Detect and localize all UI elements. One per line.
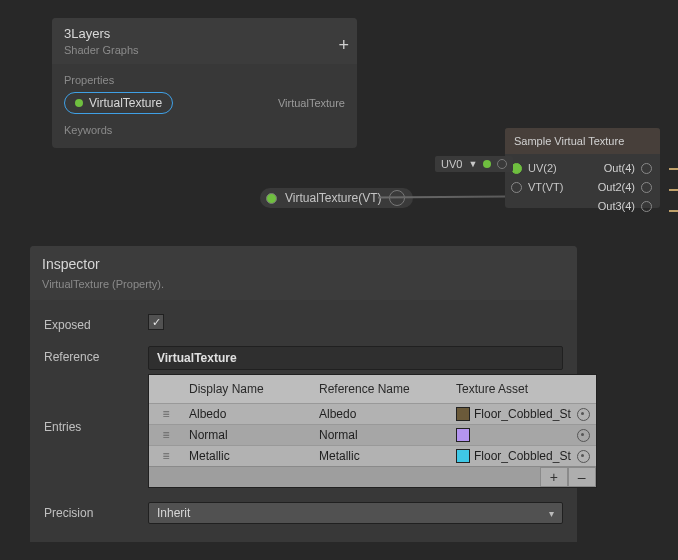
blackboard-panel: 3Layers Shader Graphs + Properties Virtu… xyxy=(52,18,357,148)
port-out-icon[interactable] xyxy=(266,193,277,204)
sample-node-body: UV0 ▼ UV(2) VT(VT) Out(4) Out2(4) Out3(4… xyxy=(505,154,660,208)
remove-entry-button[interactable]: – xyxy=(568,467,596,487)
reference-input[interactable]: VirtualTexture xyxy=(148,346,563,370)
output-port-icon[interactable] xyxy=(641,201,652,212)
texture-swatch-icon xyxy=(456,449,470,463)
table-row[interactable]: ≡MetallicMetallicFloor_Cobbled_St xyxy=(149,445,596,466)
chevron-down-icon: ▼ xyxy=(468,159,477,169)
exposed-checkbox[interactable]: ✓ xyxy=(148,314,164,330)
blackboard-header: 3Layers Shader Graphs + xyxy=(52,18,357,64)
output-port-icon[interactable] xyxy=(641,163,652,174)
uv-port-dot-icon xyxy=(497,159,507,169)
entries-row: Entries Display Name Reference Name Text… xyxy=(44,374,563,488)
add-property-button[interactable]: + xyxy=(338,36,349,54)
entries-table: Display Name Reference Name Texture Asse… xyxy=(148,374,597,488)
edge-stub xyxy=(669,189,678,191)
entries-pm-bar: + – xyxy=(149,466,596,487)
table-row[interactable]: ≡AlbedoAlbedoFloor_Cobbled_St xyxy=(149,403,596,424)
col-reference-name: Reference Name xyxy=(313,379,450,399)
object-picker-icon[interactable] xyxy=(577,408,590,421)
uv-dropdown[interactable]: UV0 ▼ xyxy=(435,156,513,172)
table-row[interactable]: ≡NormalNormal xyxy=(149,424,596,445)
blackboard-title: 3Layers xyxy=(64,26,345,41)
entry-reference-name[interactable]: Metallic xyxy=(313,446,450,466)
edge-stub xyxy=(669,168,678,170)
blackboard-subtitle: Shader Graphs xyxy=(64,44,345,56)
add-entry-button[interactable]: + xyxy=(540,467,568,487)
inspector-title: Inspector xyxy=(42,256,565,272)
drag-handle-icon[interactable]: ≡ xyxy=(149,425,183,445)
drag-handle-icon[interactable]: ≡ xyxy=(149,446,183,466)
uv-dropdown-label: UV0 xyxy=(441,158,462,170)
reference-label: Reference xyxy=(44,346,148,364)
uv-link-dot-icon xyxy=(483,160,491,168)
property-name: VirtualTexture xyxy=(89,96,162,110)
keywords-heading: Keywords xyxy=(64,124,345,136)
precision-value: Inherit xyxy=(157,506,190,520)
object-picker-icon[interactable] xyxy=(577,429,590,442)
object-picker-icon[interactable] xyxy=(577,450,590,463)
entry-texture-asset[interactable]: Floor_Cobbled_St xyxy=(450,446,596,466)
output-row[interactable]: Out3(4) xyxy=(598,200,652,212)
precision-select[interactable]: Inherit ▾ xyxy=(148,502,563,524)
inspector-subtitle: VirtualTexture (Property). xyxy=(42,278,565,290)
graph-node-label: VirtualTexture(VT) xyxy=(285,191,381,205)
property-row[interactable]: VirtualTexture VirtualTexture xyxy=(64,92,345,114)
output-row[interactable]: Out2(4) xyxy=(598,181,652,193)
inspector-header: Inspector VirtualTexture (Property). xyxy=(30,246,577,300)
property-dot-icon xyxy=(75,99,83,107)
col-texture-asset: Texture Asset xyxy=(450,379,596,399)
entries-body: ≡AlbedoAlbedoFloor_Cobbled_St≡NormalNorm… xyxy=(149,403,596,466)
entry-display-name[interactable]: Metallic xyxy=(183,446,313,466)
sample-virtual-texture-node[interactable]: Sample Virtual Texture UV0 ▼ UV(2) VT(VT… xyxy=(505,128,660,208)
blackboard-body: Properties VirtualTexture VirtualTexture… xyxy=(52,64,357,150)
chevron-down-icon: ▾ xyxy=(549,508,554,519)
entry-display-name[interactable]: Albedo xyxy=(183,404,313,424)
input-port-icon[interactable] xyxy=(511,182,522,193)
properties-heading: Properties xyxy=(64,74,345,86)
precision-label: Precision xyxy=(44,502,148,520)
drag-handle-icon[interactable]: ≡ xyxy=(149,404,183,424)
output-label: Out2(4) xyxy=(598,181,635,193)
inspector-panel: Inspector VirtualTexture (Property). Exp… xyxy=(30,246,577,542)
input-uv-label: UV(2) xyxy=(528,162,557,174)
entries-label: Entries xyxy=(44,374,148,434)
input-vt-label: VT(VT) xyxy=(528,181,563,193)
inspector-body: Exposed ✓ Reference VirtualTexture Entri… xyxy=(30,300,577,542)
texture-asset-name: Floor_Cobbled_St xyxy=(474,407,571,421)
sample-node-title[interactable]: Sample Virtual Texture xyxy=(505,128,660,154)
entry-texture-asset[interactable]: Floor_Cobbled_St xyxy=(450,404,596,424)
entry-texture-asset[interactable] xyxy=(450,425,596,445)
texture-asset-name: Floor_Cobbled_St xyxy=(474,449,571,463)
outputs-column: Out(4) Out2(4) Out3(4) xyxy=(598,159,652,219)
reference-row: Reference VirtualTexture xyxy=(44,346,563,370)
exposed-label: Exposed xyxy=(44,314,148,332)
output-row[interactable]: Out(4) xyxy=(598,162,652,174)
property-type: VirtualTexture xyxy=(278,97,345,109)
exposed-row: Exposed ✓ xyxy=(44,314,563,332)
texture-swatch-icon xyxy=(456,407,470,421)
output-port-icon[interactable] xyxy=(641,182,652,193)
col-display-name: Display Name xyxy=(183,379,313,399)
output-label: Out3(4) xyxy=(598,200,635,212)
entry-display-name[interactable]: Normal xyxy=(183,425,313,445)
entry-reference-name[interactable]: Albedo xyxy=(313,404,450,424)
edge-stub xyxy=(669,210,678,212)
output-label: Out(4) xyxy=(604,162,635,174)
texture-swatch-icon xyxy=(456,428,470,442)
entries-header-row: Display Name Reference Name Texture Asse… xyxy=(149,375,596,403)
entry-reference-name[interactable]: Normal xyxy=(313,425,450,445)
precision-row: Precision Inherit ▾ xyxy=(44,502,563,524)
property-pill[interactable]: VirtualTexture xyxy=(64,92,173,114)
graph-edge xyxy=(378,195,506,198)
